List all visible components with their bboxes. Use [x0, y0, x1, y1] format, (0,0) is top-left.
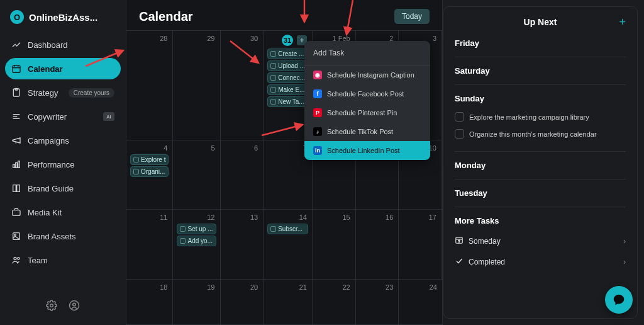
upnext-day-label: Monday — [455, 161, 626, 170]
calendar-cell[interactable]: 29 — [173, 31, 220, 140]
calendar-task[interactable]: Connec... — [267, 72, 308, 83]
day-number: 24 — [402, 282, 438, 294]
calendar-cell[interactable]: 15 — [313, 210, 356, 280]
calendar-cell[interactable]: 18 — [126, 280, 173, 326]
brand-assets-icon — [11, 231, 21, 241]
calendar-task[interactable]: Add yo... — [177, 236, 216, 246]
svg-point-14 — [14, 234, 16, 236]
calendar-task[interactable]: Make E... — [267, 84, 308, 95]
calendar-cell[interactable]: 20 — [221, 280, 264, 326]
more-row-someday[interactable]: ?Someday› — [455, 231, 626, 251]
nav-item-dashboard[interactable]: Dashboard — [5, 34, 121, 55]
task-checkbox[interactable] — [270, 99, 276, 105]
calendar-task[interactable]: New Ta... — [267, 96, 308, 107]
calendar-task[interactable]: Upload ... — [267, 60, 308, 71]
more-tasks-heading: More Tasks — [455, 216, 626, 225]
calendar-cell[interactable]: 17 — [399, 210, 442, 280]
task-checkbox[interactable] — [270, 226, 276, 232]
day-number: 31+ — [267, 33, 308, 48]
calendar-cell[interactable]: 4Explore tOrgani... — [126, 140, 173, 210]
calendar-cell[interactable]: 13 — [221, 210, 264, 280]
task-checkbox[interactable] — [270, 51, 276, 57]
chevron-right-icon: › — [623, 237, 626, 246]
calendar-cell[interactable]: 28 — [126, 31, 173, 140]
popup-option-label: Schedule TikTok Post — [327, 128, 393, 135]
popup-option-pinterest[interactable]: PSchedule Pinterest Pin — [304, 103, 430, 122]
calendar-cell[interactable]: 30 — [221, 31, 264, 140]
calendar-q-icon: ? — [455, 236, 464, 246]
nav-item-performance[interactable]: Performance — [5, 154, 121, 175]
popup-option-label: Schedule Instagram Caption — [327, 71, 414, 79]
nav-badge[interactable]: Create yours — [69, 88, 114, 98]
sidebar: O OnlineBizAss... DashboardCalendarStrat… — [0, 0, 126, 325]
day-number: 11 — [130, 212, 169, 224]
nav-item-campaigns[interactable]: Campaigns — [5, 130, 121, 151]
popup-option-instagram[interactable]: ◉Schedule Instagram Caption — [304, 66, 430, 84]
task-checkbox[interactable] — [455, 129, 464, 139]
task-checkbox[interactable] — [180, 238, 186, 244]
calendar-cell[interactable]: 23 — [356, 280, 399, 326]
calendar-task[interactable]: Subscr... — [267, 224, 308, 234]
calendar-cell[interactable]: 16 — [356, 210, 399, 280]
popup-option-linkedin[interactable]: inSchedule LinkedIn Post — [304, 141, 430, 160]
upnext-task-label: Organize this month's marketing calendar — [469, 130, 597, 138]
calendar-cell[interactable]: 19 — [173, 280, 220, 326]
nav-item-calendar[interactable]: Calendar — [5, 58, 121, 79]
task-checkbox[interactable] — [455, 112, 464, 122]
nav-item-media-kit[interactable]: Media Kit — [5, 202, 121, 223]
account-icon[interactable] — [69, 300, 80, 311]
nav-label: Calendar — [28, 64, 63, 74]
day-number: 29 — [177, 33, 216, 45]
calendar-cell[interactable]: 12Set up ...Add yo... — [173, 210, 220, 280]
calendar-cell[interactable]: 5 — [173, 140, 220, 210]
chat-bubble-button[interactable] — [605, 286, 633, 314]
day-number: 7 — [267, 143, 308, 154]
today-button[interactable]: Today — [394, 9, 430, 24]
day-number: 12 — [177, 212, 216, 224]
day-number: 22 — [316, 282, 352, 294]
nav-item-brand-assets[interactable]: Brand Assets — [5, 225, 121, 247]
upnext-task-label: Explore the marketing campaign library — [469, 113, 589, 121]
check-icon — [455, 256, 464, 267]
nav-label: Brand Guide — [28, 184, 74, 193]
pinterest-icon: P — [313, 108, 322, 117]
dashboard-icon — [11, 40, 21, 50]
calendar-cell[interactable]: 14Subscr... — [264, 210, 313, 280]
calendar-cell[interactable]: 22 — [313, 280, 356, 326]
add-task-button[interactable]: + — [619, 16, 626, 29]
settings-icon[interactable] — [46, 300, 57, 311]
task-checkbox[interactable] — [180, 226, 186, 232]
popup-option-label: Schedule Pinterest Pin — [327, 109, 397, 117]
nav-item-brand-guide[interactable]: Brand Guide — [5, 178, 121, 199]
nav-item-copywriter[interactable]: CopywriterAI — [5, 106, 121, 127]
task-checkbox[interactable] — [270, 63, 276, 69]
calendar-cell[interactable]: 11 — [126, 210, 173, 280]
calendar-task[interactable]: Explore t — [130, 154, 169, 165]
task-checkbox[interactable] — [133, 157, 139, 162]
calendar-main: Calendar Today 28293031+Create ...Upload… — [126, 0, 443, 325]
nav-item-strategy[interactable]: StrategyCreate yours — [5, 82, 121, 103]
upnext-task[interactable]: Explore the marketing campaign library — [455, 108, 626, 125]
more-row-completed[interactable]: Completed› — [455, 251, 626, 272]
more-row-label: Someday — [469, 237, 501, 246]
task-label: Subscr... — [278, 225, 303, 232]
task-checkbox[interactable] — [270, 75, 276, 81]
calendar-task[interactable]: Set up ... — [177, 224, 216, 234]
popup-option-tiktok[interactable]: ♪Schedule TikTok Post — [304, 122, 430, 141]
nav-item-team[interactable]: Team — [5, 249, 121, 271]
up-next-title: Up Next — [524, 17, 557, 27]
calendar-cell[interactable]: 21 — [264, 280, 313, 326]
nav-label: Strategy — [28, 88, 58, 98]
calendar-task[interactable]: Organi... — [130, 166, 169, 177]
popup-option-facebook[interactable]: fSchedule Facebook Post — [304, 84, 430, 103]
upnext-task[interactable]: Organize this month's marketing calendar — [455, 125, 626, 142]
task-checkbox[interactable] — [133, 169, 139, 174]
day-number: 16 — [360, 212, 395, 224]
calendar-cell[interactable]: 6 — [221, 140, 264, 210]
calendar-task[interactable]: Create ... — [267, 48, 308, 59]
linkedin-icon: in — [313, 146, 322, 155]
calendar-cell[interactable]: 24 — [399, 280, 442, 326]
nav-label: Dashboard — [28, 40, 68, 50]
day-number: 18 — [130, 282, 169, 294]
task-checkbox[interactable] — [270, 87, 276, 93]
